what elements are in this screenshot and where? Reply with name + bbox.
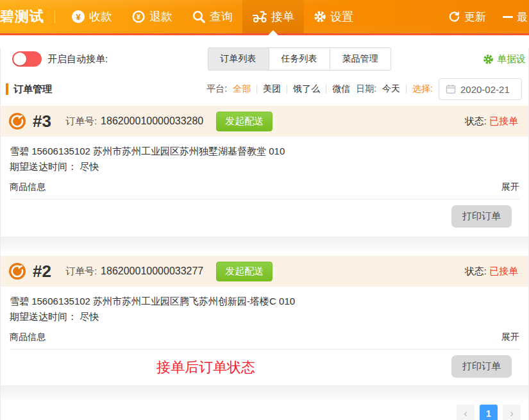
app-title: 碧测试 — [0, 7, 44, 26]
filters: 平台: 全部 美团 饿了么 微信 日期: 今天 选择: 2020-02-21 — [206, 78, 522, 100]
svg-text:¥: ¥ — [76, 12, 81, 22]
minimize-label: 最 — [517, 10, 528, 24]
expand-link[interactable]: 展开 — [501, 332, 519, 343]
order-address: 雪碧 15606135102 苏州市苏州工业园区腾飞苏州创新园-塔楼C 010 — [10, 294, 519, 309]
main-nav: ¥ 收款 ¥ 退款 查询 接单 设置 — [62, 0, 363, 33]
yuan-check-icon: ¥ — [71, 10, 85, 24]
nav-label: 接单 — [271, 9, 294, 24]
auto-accept-toggle[interactable] — [12, 51, 42, 67]
nav-item-refund[interactable]: ¥ 退款 — [122, 0, 182, 33]
goods-info-row: 商品信息 展开 — [10, 324, 519, 349]
calendar-icon — [446, 84, 456, 94]
topbar-right: 更新 最 — [448, 10, 529, 24]
update-label: 更新 — [464, 10, 486, 24]
nav-item-accept-orders[interactable]: 接单 — [242, 0, 304, 33]
print-order-button[interactable]: 打印订单 — [451, 205, 512, 228]
search-icon — [192, 10, 206, 24]
goods-info-row: 商品信息 展开 — [10, 174, 519, 199]
order-card-header: #2 订单号: 186200010000033277 发起配送 状态:已接单 — [1, 256, 528, 287]
order-card-body: 雪碧 15606135102 苏州市苏州工业园区腾飞苏州创新园-塔楼C 010 … — [1, 287, 528, 324]
status-label: 状态: — [465, 265, 487, 276]
order-status: 状态:已接单 — [465, 265, 521, 278]
goods-label: 商品信息 — [10, 332, 46, 343]
filter-meituan[interactable]: 美团 — [263, 83, 281, 95]
filter-row: 订单管理 平台: 全部 美团 饿了么 微信 日期: 今天 选择: 2020-02… — [1, 78, 528, 101]
auto-accept-label: 开启自动接单: — [47, 53, 108, 65]
order-address: 雪碧 15606135102 苏州市苏州工业园区苏州独墅湖基督教堂 010 — [10, 144, 519, 159]
prev-page-button[interactable]: ‹ — [457, 405, 474, 420]
tab-dish-management[interactable]: 菜品管理 — [330, 47, 391, 71]
divider — [256, 85, 257, 94]
divider — [55, 10, 55, 23]
svg-text:¥: ¥ — [137, 13, 141, 21]
nav-item-collect[interactable]: ¥ 收款 — [62, 0, 122, 33]
eta-label: 期望送达时间： — [10, 161, 77, 172]
order-number: #2 — [33, 262, 51, 281]
order-card-body: 雪碧 15606135102 苏州市苏州工业园区苏州独墅湖基督教堂 010 期望… — [1, 137, 528, 174]
pagination: ‹ 1 › — [1, 401, 528, 420]
nav-item-settings[interactable]: 设置 — [304, 0, 363, 33]
yuan-refund-icon: ¥ — [131, 10, 146, 24]
section-title: 订单管理 — [6, 83, 52, 96]
date-select-label: 选择: — [412, 83, 433, 95]
status-value: 已接单 — [489, 265, 518, 276]
order-card-header: #3 订单号: 186200010000033280 发起配送 状态:已接单 — [1, 106, 528, 137]
filter-wechat[interactable]: 微信 — [332, 83, 350, 95]
nav-item-query[interactable]: 查询 — [182, 0, 242, 33]
gear-icon — [483, 54, 494, 65]
filter-all[interactable]: 全部 — [233, 83, 251, 95]
order-no-label: 订单号: — [65, 265, 97, 278]
minimize-icon — [503, 16, 513, 18]
toolbar-row: 开启自动接单: 订单列表 任务列表 菜品管理 单据设 — [1, 48, 528, 70]
nav-label: 退款 — [149, 9, 172, 24]
order-card: #2 订单号: 186200010000033277 发起配送 状态:已接单 雪… — [1, 256, 528, 383]
tab-order-list[interactable]: 订单列表 — [208, 47, 269, 71]
nav-label: 设置 — [330, 9, 353, 24]
top-navigation-bar: 碧测试 ¥ 收款 ¥ 退款 查询 接单 — [0, 0, 529, 33]
order-eta: 期望送达时间： 尽快 — [10, 309, 519, 324]
divider — [406, 85, 407, 94]
minimize-button[interactable]: 最 — [503, 10, 528, 24]
order-no-label: 订单号: — [65, 115, 97, 128]
start-delivery-button[interactable]: 发起配送 — [216, 262, 273, 281]
page-1-button[interactable]: 1 — [480, 405, 498, 420]
expand-link[interactable]: 展开 — [501, 181, 519, 193]
eta-value: 尽快 — [80, 161, 99, 172]
platform-brand-icon — [8, 262, 26, 280]
start-delivery-button[interactable]: 发起配送 — [216, 112, 273, 131]
order-card-footer: 接单后订单状态 打印订单 — [1, 349, 528, 383]
filter-eleme[interactable]: 饿了么 — [293, 83, 320, 95]
doc-settings-label: 单据设 — [497, 53, 526, 65]
toggle-knob — [13, 53, 26, 65]
goods-label: 商品信息 — [10, 181, 46, 193]
eta-label: 期望送达时间： — [10, 311, 77, 322]
nav-label: 查询 — [210, 9, 233, 24]
order-status: 状态:已接单 — [465, 115, 521, 128]
doc-settings-button[interactable]: 单据设 — [483, 53, 526, 65]
next-page-button[interactable]: › — [503, 405, 521, 420]
refresh-icon — [448, 11, 460, 23]
print-order-button[interactable]: 打印订单 — [451, 355, 512, 378]
order-no-value: 186200010000033280 — [101, 115, 203, 127]
filter-today[interactable]: 今天 — [382, 83, 400, 95]
divider — [287, 85, 287, 94]
order-card: #3 订单号: 186200010000033280 发起配送 状态:已接单 雪… — [1, 106, 528, 233]
date-picker-input[interactable]: 2020-02-21 — [439, 78, 522, 100]
header-underline — [0, 33, 529, 35]
update-button[interactable]: 更新 — [448, 10, 486, 24]
date-value: 2020-02-21 — [460, 84, 510, 95]
active-tab-notch — [268, 30, 278, 35]
scooter-icon — [252, 10, 267, 24]
platform-brand-icon — [8, 112, 26, 130]
status-label: 状态: — [465, 115, 487, 126]
platform-label: 平台: — [206, 83, 227, 95]
order-number: #3 — [33, 112, 51, 131]
view-tabs: 订单列表 任务列表 菜品管理 — [208, 47, 391, 71]
main-content: 开启自动接单: 订单列表 任务列表 菜品管理 单据设 订单管理 平台: 全部 美… — [0, 48, 529, 420]
nav-label: 收款 — [89, 9, 112, 24]
accent-bar — [6, 83, 8, 95]
gear-icon — [314, 10, 326, 23]
card-separator — [1, 237, 528, 251]
tab-task-list[interactable]: 任务列表 — [269, 47, 330, 71]
order-eta: 期望送达时间： 尽快 — [10, 159, 519, 174]
